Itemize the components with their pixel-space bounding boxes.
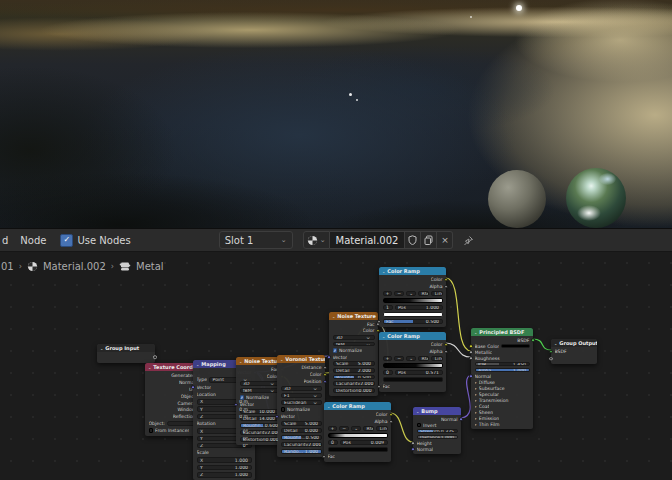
node-texture-coordinate[interactable]: ⌄Texture CoordinateGeneratedNormalUVObje… [145, 363, 199, 436]
ramp-menu-button[interactable]: ⌄ [351, 426, 361, 431]
render-preview-viewport[interactable] [0, 0, 672, 228]
color-swatch[interactable] [501, 344, 529, 348]
ramp-menu-button[interactable]: ⌄ [406, 291, 416, 296]
ramp-interpolation-dropdown[interactable]: Linear⌄ [376, 426, 387, 431]
node-principled-bsdf[interactable]: ⌄Principled BSDFBSDFBase ColorMetallicRo… [471, 328, 533, 429]
number-field[interactable]: Y1.000 [197, 465, 252, 470]
ramp-gradient-bar[interactable] [383, 298, 443, 303]
slider-ior[interactable]: IOR1.450 [475, 362, 530, 366]
slot-dropdown[interactable]: Slot 1 ⌄ [219, 231, 293, 249]
dropdown[interactable]: 3D⌄ [281, 386, 322, 391]
duplicate-material-button[interactable] [421, 231, 437, 249]
collapse-chevron-icon[interactable]: ⌄ [382, 334, 385, 339]
ramp-color-swatch[interactable] [383, 312, 443, 317]
collapse-chevron-icon[interactable]: ⌄ [554, 341, 557, 346]
slider-roughn[interactable]: Roughn...0.500 [333, 375, 375, 380]
node-header-noise-texture-1[interactable]: ⌄Noise Texture [236, 357, 282, 365]
use-nodes-toggle[interactable]: ✓ Use Nodes [60, 234, 130, 247]
ramp-add-button[interactable]: + [328, 426, 338, 431]
menu-node[interactable]: Node [14, 235, 52, 246]
node-header-bump[interactable]: ⌄Bump [413, 407, 461, 415]
ramp-interpolation-dropdown[interactable]: Linear⌄ [431, 356, 442, 361]
glossy-sphere-object[interactable] [566, 168, 626, 228]
collapse-arrow-icon[interactable]: ▸ [475, 416, 477, 421]
node-bump[interactable]: ⌄BumpNormalInvertStrength0.325Distance1.… [413, 407, 461, 454]
slider-distortion[interactable]: Distortion0.000 [240, 437, 279, 442]
pin-button[interactable] [463, 235, 474, 246]
slider-scale[interactable]: Scale10.000 [240, 409, 279, 414]
slider-distortion[interactable]: Distortion0.000 [333, 388, 375, 393]
ramp-stop-index[interactable]: 1 [383, 305, 393, 310]
dropdown[interactable]: Euclidean⌄ [281, 400, 322, 405]
ramp-color-swatch[interactable] [383, 377, 443, 382]
node-header-color-ramp-1[interactable]: ⌄Color Ramp [379, 267, 446, 275]
slider-roughn[interactable]: Roughn...0.600 [240, 423, 279, 428]
collapse-arrow-icon[interactable]: ▸ [475, 410, 477, 415]
collapse-chevron-icon[interactable]: ⌄ [416, 409, 419, 414]
node-noise-texture-2[interactable]: ⌄Noise TextureFacColor3D⌄fBM⌄✓NormalizeV… [329, 312, 378, 396]
collapse-chevron-icon[interactable]: ⌄ [239, 359, 242, 364]
slider-detail[interactable]: Detail2.000 [333, 368, 375, 373]
collapse-chevron-icon[interactable]: ⌄ [280, 357, 283, 362]
node-header-group-input[interactable]: ⌄Group Input [97, 344, 155, 352]
slider-lacunarity[interactable]: Lacunarity2.000 [240, 430, 279, 435]
checkbox[interactable]: ✓ [333, 348, 338, 353]
collapse-chevron-icon[interactable]: ⌄ [148, 365, 151, 370]
ramp-add-button[interactable]: + [383, 356, 393, 361]
ramp-mode-dropdown[interactable]: RGB⌄ [363, 426, 374, 431]
node-header-color-ramp-3[interactable]: ⌄Color Ramp [324, 402, 391, 410]
ramp-stop-index[interactable]: 0 [328, 440, 338, 445]
ramp-add-button[interactable]: + [383, 291, 393, 296]
ramp-del-button[interactable]: − [394, 291, 404, 296]
collapse-chevron-icon[interactable]: ⌄ [332, 314, 335, 319]
number-field[interactable]: X1.000 [197, 457, 252, 462]
node-header-texture-coordinate[interactable]: ⌄Texture Coordinate [145, 363, 199, 371]
socket[interactable] [469, 344, 473, 348]
collapse-chevron-icon[interactable]: ⌄ [100, 346, 103, 351]
node-group-input[interactable]: ⌄Group Input [97, 344, 155, 363]
checkbox[interactable] [417, 423, 422, 428]
material-browse-dropdown[interactable]: ⌄ [303, 231, 330, 249]
node-header-principled-bsdf[interactable]: ⌄Principled BSDF [471, 328, 533, 336]
dropdown[interactable]: fBM⌄ [333, 342, 375, 347]
node-color-ramp-3[interactable]: ⌄Color RampColorAlpha+−⌄RGB⌄Linear⌄0Pos0… [324, 402, 391, 462]
socket[interactable] [549, 350, 553, 354]
socket[interactable] [275, 415, 279, 419]
collapse-chevron-icon[interactable]: ⌄ [327, 404, 330, 409]
ramp-mode-dropdown[interactable]: RGB⌄ [418, 291, 429, 296]
socket[interactable] [411, 441, 415, 445]
socket[interactable] [444, 350, 448, 354]
virtual-socket[interactable] [549, 357, 553, 361]
slider-alpha[interactable]: Alpha1.000 [475, 368, 530, 372]
node-header-voronoi-texture[interactable]: ⌄Voronoi Texture [277, 355, 325, 363]
menu-clipped[interactable]: d [0, 235, 14, 246]
ramp-del-button[interactable]: − [394, 356, 404, 361]
slider-detail[interactable]: Detail14.000 [240, 416, 279, 421]
ramp-interpolation-dropdown[interactable]: Linear⌄ [431, 291, 442, 296]
node-group-output[interactable]: ⌄Group OutputBSDF [551, 339, 597, 364]
socket[interactable] [444, 278, 448, 282]
collapse-arrow-icon[interactable]: ▸ [475, 392, 477, 397]
socket[interactable] [389, 420, 393, 424]
slider-scale[interactable]: Scale5.000 [281, 421, 322, 426]
slider-strength[interactable]: Strength0.325 [417, 429, 458, 433]
socket[interactable] [469, 350, 473, 354]
ramp-color-swatch[interactable] [328, 447, 388, 452]
dropdown[interactable]: fBM⌄ [240, 388, 279, 393]
collapse-arrow-icon[interactable]: ▸ [475, 386, 477, 391]
slider-lacunarity[interactable]: Lacunarity2.000 [281, 442, 322, 447]
node-header-color-ramp-2[interactable]: ⌄Color Ramp [379, 332, 446, 340]
slider-rando[interactable]: Rando...1.000 [281, 449, 322, 454]
collapse-arrow-icon[interactable]: ▸ [475, 380, 477, 385]
node-color-ramp-1[interactable]: ⌄Color RampColorAlpha+−⌄RGB⌄Linear⌄1Pos1… [379, 267, 446, 327]
socket[interactable] [234, 403, 238, 407]
ramp-del-button[interactable]: − [339, 426, 349, 431]
dropdown[interactable]: 3D⌄ [240, 381, 279, 386]
socket[interactable] [444, 343, 448, 347]
collapse-arrow-icon[interactable]: ▸ [475, 404, 477, 409]
socket[interactable] [459, 417, 463, 421]
socket[interactable] [444, 285, 448, 289]
socket[interactable] [469, 356, 473, 360]
ramp-mode-dropdown[interactable]: RGB⌄ [418, 356, 429, 361]
socket[interactable] [323, 380, 327, 384]
